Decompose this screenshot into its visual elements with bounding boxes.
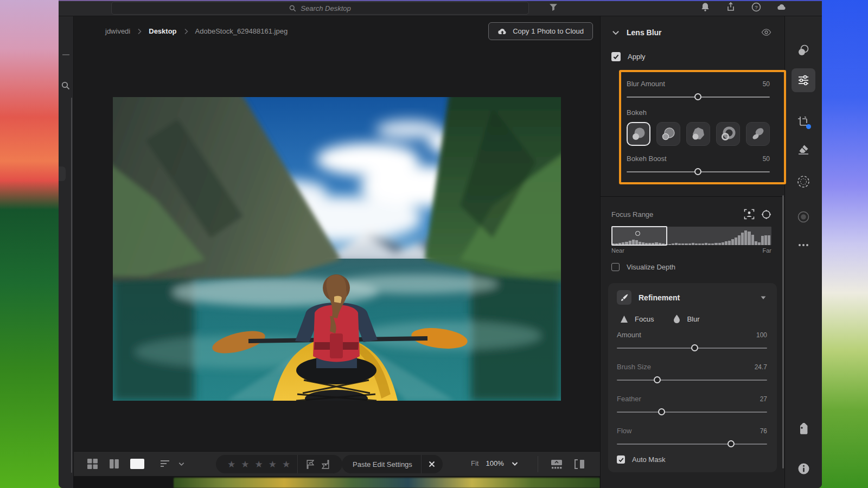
flow-thumb[interactable] [727, 440, 735, 447]
bokeh-boost-track[interactable] [627, 171, 770, 172]
star-icon[interactable]: ★ [241, 459, 249, 470]
auto-mask-checkbox[interactable] [617, 455, 625, 464]
keywords-tag-icon[interactable] [792, 418, 815, 441]
star-icon[interactable]: ★ [282, 459, 290, 470]
filmstrip-thumbnail[interactable] [174, 478, 600, 488]
reject-flag-icon[interactable] [321, 460, 330, 469]
feather-value: 27 [760, 395, 767, 403]
lightroom-window: Search Desktop ? [59, 0, 822, 488]
focus-range-histogram[interactable] [611, 227, 771, 245]
masking-icon[interactable] [792, 170, 815, 194]
before-after-icon[interactable] [573, 459, 586, 470]
panel-scrollbar[interactable] [782, 195, 784, 468]
feather-thumb[interactable] [658, 408, 665, 415]
desktop: Search Desktop ? [0, 0, 868, 488]
bokeh-option-cat-eye[interactable] [746, 122, 770, 146]
amount-value: 100 [756, 331, 767, 339]
star-icon[interactable]: ★ [227, 459, 235, 470]
presets-icon[interactable] [792, 38, 815, 62]
pill-divider [297, 455, 298, 473]
toolbar-divider [538, 456, 538, 472]
bokeh-options [627, 122, 770, 146]
flow-slider: Flow 76 [617, 427, 767, 445]
zoom-controls: Fit 100% [471, 459, 519, 467]
topbar-icon-group: ? [700, 2, 787, 12]
top-bar: Search Desktop ? [59, 0, 822, 16]
breadcrumb-folder[interactable]: Desktop [149, 27, 176, 35]
amount-track[interactable] [617, 348, 767, 349]
photo-illustration [113, 97, 561, 401]
eye-icon[interactable] [761, 27, 771, 37]
filter-icon[interactable] [548, 3, 560, 14]
brush-size-slider: Brush Size 24.7 [617, 363, 767, 381]
blur-droplet-icon [673, 314, 680, 323]
bokeh-option-bubble[interactable] [656, 122, 680, 146]
fit-button[interactable]: Fit [471, 459, 478, 467]
search-icon [289, 5, 296, 12]
info-icon[interactable] [792, 457, 815, 480]
bokeh-option-circle[interactable] [627, 122, 650, 146]
cloud-sync-icon[interactable] [777, 2, 787, 12]
compare-view-icon[interactable] [108, 458, 120, 470]
auto-mask-label: Auto Mask [632, 455, 665, 464]
healing-eraser-icon[interactable] [792, 138, 815, 162]
focus-mode-button[interactable]: Focus [620, 315, 654, 323]
grid-view-icon[interactable] [87, 458, 98, 470]
bokeh-option-ring[interactable] [716, 122, 740, 146]
flow-track[interactable] [617, 444, 767, 445]
filmstrip-toggle-icon[interactable] [550, 459, 563, 470]
share-icon[interactable] [726, 2, 736, 12]
visualize-depth-checkbox[interactable] [611, 263, 620, 271]
search-input[interactable]: Search Desktop [111, 2, 529, 15]
more-options-icon[interactable] [792, 233, 815, 257]
edit-sliders-icon[interactable] [792, 68, 815, 92]
apply-checkbox[interactable] [611, 52, 621, 61]
dismiss-paste-button[interactable] [421, 455, 443, 473]
focus-range-header: Focus Range [611, 209, 771, 220]
chevron-down-icon[interactable] [760, 294, 767, 301]
brush-size-thumb[interactable] [654, 376, 661, 383]
bokeh-option-blade[interactable] [686, 122, 710, 146]
sort-icon[interactable] [159, 459, 170, 468]
lens-blur-tool-icon[interactable] [792, 205, 815, 229]
chevron-down-icon[interactable] [511, 460, 519, 467]
blur-amount-thumb[interactable] [694, 93, 701, 100]
star-icon[interactable]: ★ [255, 459, 263, 470]
pick-flag-icon[interactable] [305, 460, 315, 469]
close-icon [428, 460, 436, 468]
visualize-depth-row: Visualize Depth [611, 263, 771, 271]
focus-point-icon[interactable] [761, 209, 771, 220]
blur-mode-button[interactable]: Blur [673, 314, 699, 323]
star-icon[interactable]: ★ [269, 459, 277, 470]
check-icon [618, 457, 624, 463]
star-rating: ★★★★★ [225, 459, 293, 470]
detail-view-icon[interactable] [130, 459, 144, 469]
notifications-bell-icon[interactable] [700, 2, 710, 12]
near-label: Near [611, 247, 624, 254]
crop-rotate-icon[interactable] [792, 110, 815, 134]
amount-thumb[interactable] [691, 344, 698, 351]
paste-edit-settings-button[interactable]: Paste Edit Settings [353, 460, 421, 468]
copy-to-cloud-button[interactable]: Copy 1 Photo to Cloud [488, 22, 593, 40]
help-icon[interactable]: ? [751, 2, 761, 12]
chevron-down-icon[interactable] [611, 28, 620, 37]
blur-amount-value: 50 [763, 80, 770, 88]
brush-size-track[interactable] [617, 380, 767, 381]
bokeh-boost-thumb[interactable] [694, 168, 701, 175]
zoom-level[interactable]: 100% [486, 459, 503, 467]
focus-range-selection[interactable] [611, 226, 667, 246]
left-panel-handle[interactable] [59, 166, 66, 181]
feather-track[interactable] [617, 412, 767, 413]
bokeh-label: Bokeh [627, 108, 770, 117]
refinement-header: Refinement [617, 290, 767, 305]
brush-icon [617, 290, 631, 305]
left-scrollbar[interactable] [71, 98, 72, 473]
focus-subject-icon[interactable] [744, 209, 755, 220]
breadcrumb-account[interactable]: jdwivedi [105, 27, 130, 35]
breadcrumb: jdwivedi Desktop AdobeStock_629488161.jp… [74, 16, 600, 46]
chevron-down-icon[interactable] [178, 460, 185, 467]
photo-grid-search-icon[interactable] [61, 81, 70, 90]
feather-slider: Feather 27 [617, 395, 767, 413]
blur-amount-track[interactable] [627, 97, 770, 98]
panel-separator [601, 196, 784, 197]
